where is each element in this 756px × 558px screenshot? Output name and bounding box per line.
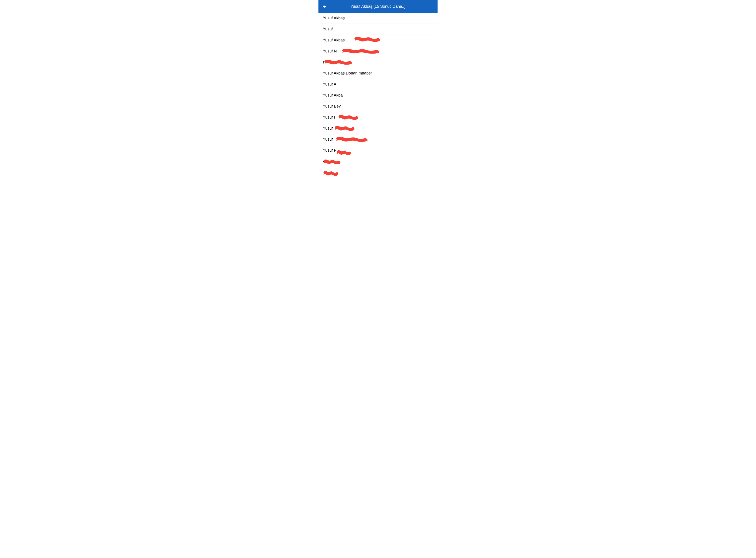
header-bar: Yusuf Akbaş (15 Sonuc Daha..)	[318, 0, 438, 13]
list-item[interactable]: Yusuf	[318, 134, 438, 145]
list-item[interactable]: Yusuf Akba	[318, 90, 438, 101]
list-item[interactable]	[318, 167, 438, 178]
redaction-mark	[339, 48, 381, 55]
list-item[interactable]: Yusuf N	[318, 46, 438, 57]
list-item-label: Yusuf	[323, 27, 333, 31]
list-item-label: I	[323, 60, 324, 65]
redaction-mark	[322, 59, 353, 66]
list-item-label: Yusuf	[323, 137, 333, 142]
back-arrow-icon	[322, 4, 327, 9]
redaction-mark	[337, 114, 359, 121]
header-title: Yusuf Akbaş (15 Sonuc Daha..)	[350, 4, 406, 9]
list-item[interactable]: Yusuf	[318, 123, 438, 134]
results-list: Yusuf AkbaşYusufYusuf AkbasYusuf NIYusuf…	[318, 13, 438, 178]
list-item-label: Yusuf Bey	[323, 104, 341, 109]
redaction-mark	[322, 170, 339, 177]
list-item[interactable]: Yusuf A	[318, 79, 438, 90]
list-item-label: Yusuf Akbas	[323, 38, 345, 43]
list-item[interactable]: Yusuf I	[318, 112, 438, 123]
redaction-mark	[336, 149, 351, 156]
redaction-mark	[334, 136, 369, 143]
list-item-label: Yusuf A	[323, 82, 336, 86]
list-item-label: Yusuf N	[323, 49, 337, 54]
redaction-mark	[334, 125, 356, 132]
redaction-mark	[352, 36, 381, 43]
list-item-label: Yusuf Akbaş	[323, 16, 345, 21]
list-item[interactable]: I	[318, 57, 438, 68]
list-item-label: Yusuf Akbaş Donanımhaber	[323, 71, 372, 76]
list-item-label: Yusuf Akba	[323, 93, 343, 98]
list-item-label: Yusuf P	[323, 148, 337, 153]
list-item-label: A	[323, 159, 325, 164]
list-item[interactable]: A	[318, 156, 438, 167]
list-item[interactable]: Yusuf Bey	[318, 101, 438, 112]
list-item-label: Yusuf	[323, 126, 333, 131]
list-item[interactable]: Yusuf P	[318, 145, 438, 156]
list-item[interactable]: Yusuf	[318, 24, 438, 35]
list-item[interactable]: Yusuf Akbaş	[318, 13, 438, 24]
back-button[interactable]	[322, 4, 327, 9]
list-item[interactable]: Yusuf Akbas	[318, 35, 438, 46]
app-container: Yusuf Akbaş (15 Sonuc Daha..) Yusuf Akba…	[318, 0, 438, 178]
list-item[interactable]: Yusuf Akbaş Donanımhaber	[318, 68, 438, 79]
list-item-label: Yusuf I	[323, 115, 335, 120]
